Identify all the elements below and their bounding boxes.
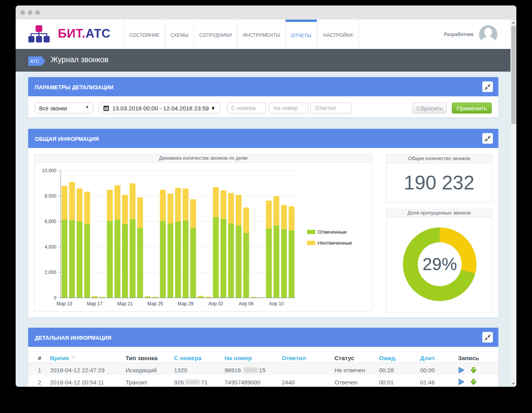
svg-text:29%: 29% <box>422 254 457 274</box>
svg-text:Мар 13: Мар 13 <box>57 301 72 307</box>
svg-text:Апр 02: Апр 02 <box>208 301 223 307</box>
svg-text:Мар 29: Мар 29 <box>178 301 193 307</box>
svg-text:8,000: 8,000 <box>45 193 56 199</box>
svg-text:Апр 06: Апр 06 <box>239 301 253 307</box>
svg-text:Мар 21: Мар 21 <box>117 301 133 307</box>
svg-text:4,000: 4,000 <box>45 244 56 250</box>
svg-text:Мар 17: Мар 17 <box>87 301 102 307</box>
svg-text:6,000: 6,000 <box>45 219 56 224</box>
svg-text:Апр 10: Апр 10 <box>269 301 284 307</box>
svg-text:Мар 25: Мар 25 <box>147 301 163 307</box>
svg-text:Неотвеченные: Неотвеченные <box>318 240 352 246</box>
svg-text:Отвеченные: Отвеченные <box>318 229 347 235</box>
svg-text:2,000: 2,000 <box>45 270 56 275</box>
svg-text:10,000: 10,000 <box>42 168 56 173</box>
svg-text:0: 0 <box>54 295 56 301</box>
